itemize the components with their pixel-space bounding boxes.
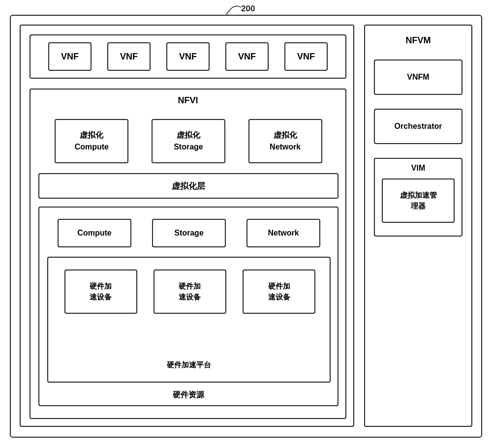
hw-accel-row: 硬件加 速设备 硬件加 速设备 硬件加 速设备 — [56, 265, 324, 319]
hw-accel-1-line1: 硬件加 — [90, 281, 112, 292]
virt-network-line2: Network — [270, 141, 301, 153]
right-panel: NFVM VNFM Orchestrator VIM 虚拟加速管理器 — [364, 25, 472, 427]
hw-compute: Compute — [58, 219, 131, 247]
vnf-box-5: VNF — [284, 42, 328, 71]
hw-accel-3-line2: 速设备 — [268, 292, 290, 303]
vim-title: VIM — [411, 164, 425, 173]
hw-top-row: Compute Storage Network — [47, 215, 331, 251]
hardware-resources: Compute Storage Network 硬件加 速设备 硬件加 速设备 — [38, 207, 338, 406]
virt-compute-line1: 虚拟化 — [80, 129, 103, 141]
main-diagram: VNF VNF VNF VNF VNF NFVI 虚拟化 Compute 虚拟化… — [10, 15, 482, 438]
virt-storage-line1: 虚拟化 — [177, 129, 200, 141]
vnf-box-4: VNF — [225, 42, 269, 71]
hw-accel-2-line1: 硬件加 — [179, 281, 201, 292]
virt-compute: 虚拟化 Compute — [55, 119, 128, 163]
hw-accel-box-2: 硬件加 速设备 — [154, 269, 226, 314]
vim-box: VIM 虚拟加速管理器 — [374, 158, 462, 237]
virt-storage: 虚拟化 Storage — [152, 119, 225, 163]
vnf-box-1: VNF — [48, 42, 92, 71]
virt-network-line1: 虚拟化 — [274, 129, 297, 141]
virt-network: 虚拟化 Network — [248, 119, 322, 163]
hw-network: Network — [246, 219, 320, 247]
nfvi-title: NFVI — [31, 95, 345, 106]
hw-storage: Storage — [152, 219, 226, 247]
hw-accel-box-3: 硬件加 速设备 — [243, 269, 315, 314]
vnf-box-3: VNF — [166, 42, 210, 71]
virt-storage-line2: Storage — [174, 141, 203, 153]
hw-accel-platform: 硬件加 速设备 硬件加 速设备 硬件加 速设备 硬件加速平台 — [47, 257, 331, 383]
hw-resources-label: 硬件资源 — [39, 390, 338, 400]
nfvi-area: NFVI 虚拟化 Compute 虚拟化 Storage 虚拟化 Network… — [30, 89, 346, 419]
vnf-row: VNF VNF VNF VNF VNF — [30, 34, 346, 79]
virt-compute-line2: Compute — [75, 141, 109, 153]
orchestrator-box: Orchestrator — [374, 109, 462, 144]
hw-accel-box-1: 硬件加 速设备 — [64, 269, 137, 314]
hw-accel-platform-label: 硬件加速平台 — [48, 360, 330, 370]
left-area: VNF VNF VNF VNF VNF NFVI 虚拟化 Compute 虚拟化… — [20, 25, 354, 427]
hw-accel-3-line1: 硬件加 — [268, 281, 290, 292]
right-panel-title: NFVM — [406, 35, 431, 46]
hw-accel-2-line2: 速设备 — [179, 292, 201, 303]
vnf-box-2: VNF — [107, 42, 151, 71]
vnfm-box: VNFM — [374, 60, 462, 95]
vim-inner-label: 虚拟加速管理器 — [382, 179, 455, 223]
virtual-layer: 虚拟化层 — [38, 173, 338, 199]
virtual-resources-row: 虚拟化 Compute 虚拟化 Storage 虚拟化 Network — [38, 114, 338, 168]
diagram-label: 200 — [241, 4, 255, 14]
hw-accel-1-line2: 速设备 — [90, 292, 112, 303]
